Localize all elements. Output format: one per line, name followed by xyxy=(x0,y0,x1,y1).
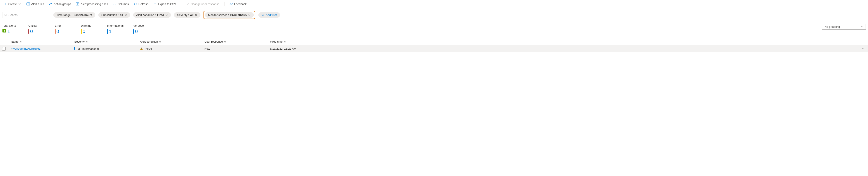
filter-subscription-value: all xyxy=(120,13,123,17)
search-field[interactable] xyxy=(8,13,48,17)
close-icon[interactable] xyxy=(165,14,168,17)
row-alert-condition: Fired xyxy=(146,47,152,50)
warning-triangle-icon xyxy=(140,47,143,50)
filter-monitor-service-value: Prometheus xyxy=(230,13,247,17)
grouping-select[interactable]: No grouping xyxy=(822,24,866,30)
row-user-response: New xyxy=(205,47,210,50)
col-user-response-label: User response xyxy=(205,40,223,43)
feedback-button[interactable]: Feedback xyxy=(229,2,247,6)
refresh-button[interactable]: Refresh xyxy=(133,2,148,6)
col-alert-condition[interactable]: Alert condition xyxy=(140,40,205,43)
stat-error-label: Error xyxy=(55,24,72,27)
filter-monitor-service[interactable]: Monitor service : Prometheus xyxy=(205,12,254,18)
close-icon[interactable] xyxy=(195,14,197,17)
columns-button[interactable]: Columns xyxy=(113,2,129,6)
row-severity: 3 - Informational xyxy=(78,47,99,51)
processing-rules-icon xyxy=(76,2,79,6)
col-user-response[interactable]: User response xyxy=(205,40,270,43)
plus-icon xyxy=(3,2,7,6)
stat-error[interactable]: Error 0 xyxy=(55,24,72,34)
add-filter-label: Add filter xyxy=(266,13,277,17)
stat-verbose-value: 0 xyxy=(135,29,138,34)
col-fired-time-label: Fired time xyxy=(270,40,283,43)
severity-bar-critical xyxy=(28,29,29,34)
filter-alert-condition-label: Alert condition : xyxy=(136,13,156,17)
stat-informational-value: 1 xyxy=(109,29,112,34)
close-icon[interactable] xyxy=(124,14,127,17)
row-checkbox[interactable] xyxy=(2,47,6,51)
search-input[interactable] xyxy=(2,12,50,18)
create-label: Create xyxy=(8,2,17,6)
col-fired-time[interactable]: Fired time xyxy=(270,40,857,43)
stat-critical[interactable]: Critical 0 xyxy=(28,24,46,34)
severity-bar-verbose xyxy=(133,29,134,34)
alert-processing-rules-button[interactable]: Alert processing rules xyxy=(76,2,108,6)
stat-critical-value: 0 xyxy=(30,29,33,34)
filter-icon xyxy=(261,13,265,17)
filter-bar: Time range : Past 24 hours Subscription … xyxy=(0,8,868,22)
refresh-label: Refresh xyxy=(138,2,148,6)
filter-alert-condition[interactable]: Alert condition : Fired xyxy=(133,12,171,18)
filter-subscription[interactable]: Subscription : all xyxy=(98,12,130,18)
alert-icon xyxy=(2,29,6,34)
columns-label: Columns xyxy=(118,2,129,6)
action-groups-button[interactable]: Action groups xyxy=(49,2,71,6)
sort-icon xyxy=(20,40,22,43)
checkmark-icon xyxy=(186,2,189,6)
row-fired-time: 6/13/2022, 11:22 AM xyxy=(270,47,296,50)
col-severity-label: Severity xyxy=(74,40,85,43)
filter-time-range[interactable]: Time range : Past 24 hours xyxy=(53,12,95,18)
stat-informational[interactable]: Informational 1 xyxy=(107,24,125,34)
filter-monitor-service-highlight: Monitor service : Prometheus xyxy=(204,11,255,19)
col-name-label: Name xyxy=(11,40,19,43)
add-filter-button[interactable]: Add filter xyxy=(258,12,280,18)
severity-bar-error xyxy=(55,29,56,34)
filter-time-range-value: Past 24 hours xyxy=(74,13,92,17)
row-name-link[interactable]: myGroup/myAlertRule1 xyxy=(11,47,40,50)
feedback-icon xyxy=(229,2,233,6)
filter-subscription-label: Subscription : xyxy=(101,13,119,17)
row-severity-bar xyxy=(74,47,75,50)
stat-verbose[interactable]: Verbose 0 xyxy=(133,24,151,34)
stat-warning-label: Warning xyxy=(81,24,98,27)
col-severity[interactable]: Severity xyxy=(74,40,140,43)
chevron-down-icon xyxy=(861,26,863,28)
close-icon[interactable] xyxy=(248,14,251,17)
action-groups-label: Action groups xyxy=(54,2,71,6)
stat-verbose-label: Verbose xyxy=(133,24,151,27)
change-user-response-label: Change user response xyxy=(191,2,219,6)
col-name[interactable]: Name xyxy=(11,40,74,43)
action-groups-icon xyxy=(49,2,53,6)
sort-icon xyxy=(224,40,226,43)
stat-informational-label: Informational xyxy=(107,24,125,27)
alert-rules-label: Alert rules xyxy=(31,2,44,6)
stat-total-alerts[interactable]: Total alerts 1 xyxy=(2,24,20,34)
stat-critical-label: Critical xyxy=(28,24,46,27)
alert-rules-button[interactable]: Alert rules xyxy=(26,2,44,6)
feedback-label: Feedback xyxy=(234,2,247,6)
stat-warning[interactable]: Warning 0 xyxy=(81,24,98,34)
filter-alert-condition-value: Fired xyxy=(157,13,164,17)
sort-icon xyxy=(86,40,88,43)
row-more-button[interactable]: ··· xyxy=(862,47,866,50)
svg-point-3 xyxy=(5,14,6,16)
filter-severity-value: all xyxy=(190,13,193,17)
search-icon xyxy=(4,13,7,17)
toolbar: Create Alert rules Action groups Alert p… xyxy=(0,0,868,8)
toolbar-separator xyxy=(181,2,181,6)
create-button[interactable]: Create xyxy=(3,2,22,6)
export-csv-button[interactable]: Export to CSV xyxy=(153,2,176,6)
stat-total-value: 1 xyxy=(7,29,10,34)
filter-severity[interactable]: Severity : all xyxy=(174,12,200,18)
grouping-value: No grouping xyxy=(825,25,840,28)
alert-rules-icon xyxy=(26,2,30,6)
sort-icon xyxy=(159,40,161,43)
stat-total-label: Total alerts xyxy=(2,24,20,27)
columns-icon xyxy=(113,2,116,6)
svg-point-6 xyxy=(141,50,142,50)
filter-time-range-label: Time range : xyxy=(56,13,72,17)
severity-bar-warning xyxy=(81,29,82,34)
alert-processing-rules-label: Alert processing rules xyxy=(81,2,108,6)
filter-monitor-service-label: Monitor service : xyxy=(208,13,229,17)
table-row[interactable]: myGroup/myAlertRule1 3 - Informational F… xyxy=(0,45,868,52)
